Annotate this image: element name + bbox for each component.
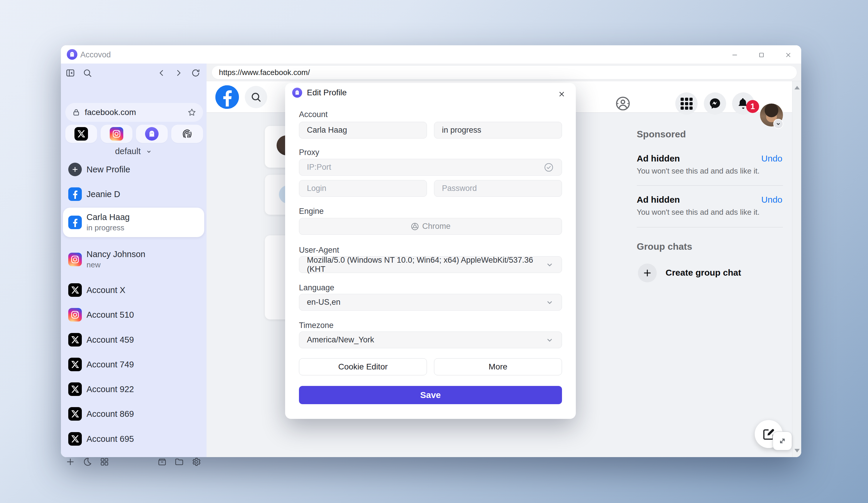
grid-view-icon[interactable] xyxy=(97,455,112,469)
tab-fingerprint[interactable] xyxy=(171,125,203,143)
archive-box-icon[interactable] xyxy=(155,455,169,469)
create-group-chat-button[interactable] xyxy=(638,264,657,282)
browser-toolbar: https://www.facebook.com/ xyxy=(207,64,801,81)
maximize-button[interactable] xyxy=(753,50,770,60)
instagram-icon xyxy=(68,253,82,266)
chrome-icon xyxy=(411,222,419,231)
proxy-ip-input[interactable]: IP:Port xyxy=(299,159,562,176)
profile-item[interactable]: Account 510 xyxy=(63,304,204,325)
lock-icon xyxy=(72,108,81,117)
profile-item[interactable]: Account 749 xyxy=(63,354,204,375)
bookmark-star-icon[interactable] xyxy=(187,108,197,117)
messenger-icon xyxy=(709,97,721,110)
new-profile-label: New Profile xyxy=(86,165,130,175)
scroll-up-icon[interactable] xyxy=(794,86,800,90)
profile-item[interactable]: Nancy Johnson new xyxy=(63,245,204,274)
profile-item[interactable]: Account 869 xyxy=(63,403,204,425)
desktop: Accovod facebook.com xyxy=(0,0,868,503)
language-select[interactable]: en-US,en xyxy=(299,294,562,311)
app-logo-ghost-icon xyxy=(67,49,78,60)
toggle-sidebar-icon[interactable] xyxy=(63,66,78,80)
profile-status: in progress xyxy=(86,223,130,232)
resize-arrows-icon xyxy=(777,436,787,446)
tab-x[interactable] xyxy=(65,125,97,143)
x-icon xyxy=(68,383,82,396)
fingerprint-icon xyxy=(180,127,194,140)
x-icon xyxy=(68,432,82,446)
ad-hidden-description: You won't see this ad and ads like it. xyxy=(637,208,760,217)
plus-icon xyxy=(642,268,652,278)
chevron-down-icon xyxy=(545,260,554,269)
new-profile-button[interactable]: New Profile xyxy=(63,159,204,180)
divider xyxy=(637,185,783,186)
chevron-down-icon xyxy=(545,298,554,307)
modal-header: Edit Profile xyxy=(292,88,347,98)
facebook-search-button[interactable] xyxy=(245,86,267,108)
user-agent-label: User-Agent xyxy=(299,245,339,255)
undo-link[interactable]: Undo xyxy=(761,154,782,164)
address-bar[interactable]: https://www.facebook.com/ xyxy=(212,66,797,79)
cookie-editor-button[interactable]: Cookie Editor xyxy=(299,358,427,375)
engine-selector[interactable]: Chrome xyxy=(299,218,562,235)
folder-icon[interactable] xyxy=(172,455,186,469)
profile-item[interactable]: Account X xyxy=(63,280,204,301)
check-circle-icon[interactable] xyxy=(544,162,554,173)
language-value: en-US,en xyxy=(307,298,545,307)
profile-item[interactable]: Account 922 xyxy=(63,379,204,400)
profile-name: Account 510 xyxy=(86,310,134,320)
add-icon[interactable] xyxy=(63,455,78,469)
dark-mode-moon-icon[interactable] xyxy=(80,455,94,469)
profile-name: Nancy Johnson xyxy=(86,250,145,259)
tab-app-home[interactable] xyxy=(136,125,168,143)
proxy-login-input[interactable]: Login xyxy=(299,180,427,197)
proxy-password-input[interactable]: Password xyxy=(434,180,562,197)
close-icon xyxy=(558,90,566,98)
back-icon[interactable] xyxy=(154,66,168,80)
timezone-value: America/New_York xyxy=(307,335,545,344)
facebook-logo[interactable] xyxy=(215,85,239,109)
profile-item[interactable]: Jeanie D xyxy=(63,184,204,205)
search-icon[interactable] xyxy=(80,66,94,80)
ghost-icon xyxy=(145,127,158,140)
account-name-input[interactable]: Carla Haag xyxy=(299,122,427,138)
instagram-icon xyxy=(68,308,82,322)
profile-name: Account 869 xyxy=(86,409,134,419)
profile-item[interactable]: Account 459 xyxy=(63,329,204,350)
x-icon xyxy=(68,358,82,371)
save-button[interactable]: Save xyxy=(299,386,562,404)
minimize-button[interactable] xyxy=(726,50,743,60)
account-status-input[interactable]: in progress xyxy=(434,122,562,138)
more-button[interactable]: More xyxy=(434,358,562,375)
page-scrollbar[interactable] xyxy=(792,81,801,457)
timezone-select[interactable]: America/New_York xyxy=(299,332,562,348)
profile-name: Account 695 xyxy=(86,434,134,444)
scroll-down-icon[interactable] xyxy=(794,449,800,452)
instagram-icon xyxy=(110,127,123,140)
reload-icon[interactable] xyxy=(189,66,203,80)
user-agent-select[interactable]: Mozilla/5.0 (Windows NT 10.0; Win64; x64… xyxy=(299,256,562,273)
edit-profile-modal: Edit Profile Account Carla Haag in progr… xyxy=(285,83,576,419)
timezone-label: Timezone xyxy=(299,321,334,330)
messenger-button[interactable] xyxy=(704,92,726,115)
tab-instagram[interactable] xyxy=(101,125,132,143)
settings-gear-icon[interactable] xyxy=(189,455,203,469)
x-icon xyxy=(68,407,82,421)
profile-name: Account 459 xyxy=(86,335,134,345)
account-chevron-icon[interactable] xyxy=(773,119,783,129)
facebook-icon xyxy=(68,187,82,201)
window-title: Accovod xyxy=(80,50,111,60)
resize-button[interactable] xyxy=(773,431,792,450)
create-group-chat-label[interactable]: Create group chat xyxy=(665,268,741,278)
modal-close-button[interactable] xyxy=(556,88,568,100)
accounts-center-icon[interactable] xyxy=(612,92,634,115)
undo-link[interactable]: Undo xyxy=(761,195,782,205)
workspace-selector[interactable]: default xyxy=(61,146,207,156)
forward-icon[interactable] xyxy=(172,66,186,80)
site-url-chip[interactable]: facebook.com xyxy=(65,103,203,122)
app-ghost-icon xyxy=(292,88,302,98)
apps-menu-button[interactable] xyxy=(675,92,698,115)
facebook-icon xyxy=(68,216,82,229)
profile-item[interactable]: Account 695 xyxy=(63,428,204,450)
close-button[interactable] xyxy=(780,50,796,60)
profile-item-selected[interactable]: Carla Haag in progress xyxy=(63,208,204,237)
